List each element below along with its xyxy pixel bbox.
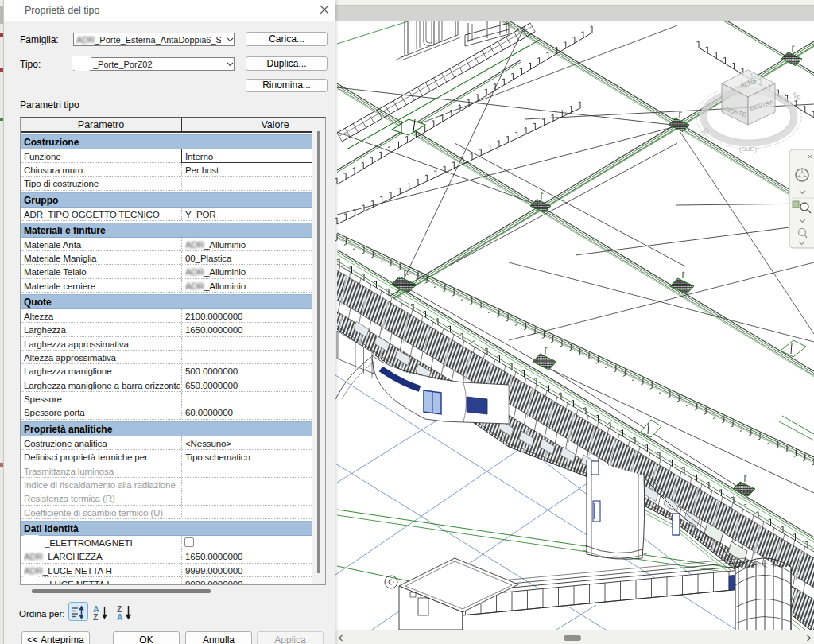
svg-text:NE: NE xyxy=(791,91,802,102)
svg-text:(SUD): (SUD) xyxy=(739,145,758,153)
svg-text:A: A xyxy=(117,612,123,621)
svg-text:Z: Z xyxy=(93,612,99,621)
